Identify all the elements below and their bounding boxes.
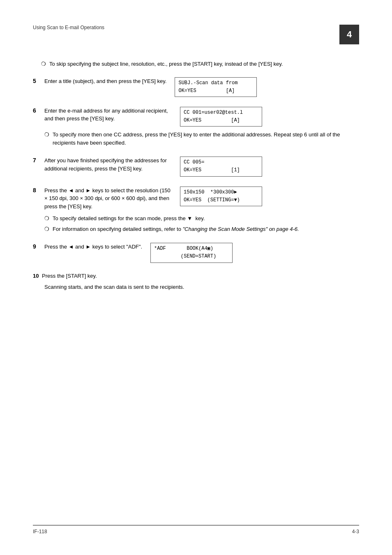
step-9-lcd: *ADF BOOK(A4▣) (SEND=START) [150, 243, 233, 263]
step-5-block: 5 Enter a title (subject), and then pres… [33, 77, 359, 97]
step-6-block: 6 Enter the e-mail address for any addit… [33, 107, 359, 147]
step-6-number: 6 [33, 107, 44, 114]
step-6-row: 6 Enter the e-mail address for any addit… [33, 107, 359, 127]
footer-left: IF-118 [33, 529, 47, 534]
step-10-text: Press the [START] key. [42, 273, 97, 279]
step-8-lcd: 150x150 *300x300► OK=YES (SETTING=▼) [180, 187, 262, 206]
step-7-row: 7 After you have finished specifying the… [33, 157, 359, 176]
footer-right: 4-3 [352, 529, 359, 534]
step-10-block: 10 Press the [START] key. Scanning start… [33, 273, 359, 291]
step-9-content: Press the ◄ and ► keys to select "ADF". … [44, 243, 359, 263]
step-9-number: 9 [33, 243, 44, 250]
step-5-content: Enter a title (subject), and then press … [44, 77, 359, 97]
step-5-lcd: SUBJ.-Scan data from OK=YES [A] [175, 77, 257, 97]
step-8-text: Press the ◄ and ► keys to select the res… [44, 187, 172, 211]
page: Using Scan to E-mail Operations 4 ❍ To s… [0, 0, 392, 555]
step-5-text: Enter a title (subject), and then press … [44, 77, 166, 85]
step-8-number: 8 [33, 187, 44, 193]
chapter-badge: 4 [339, 25, 359, 44]
header-title: Using Scan to E-mail Operations [33, 25, 104, 30]
step-5-row: 5 Enter a title (subject), and then pres… [33, 77, 359, 97]
step-6-text: Enter the e-mail address for any additio… [44, 107, 172, 123]
sub-bullet-icon-8-2: ❍ [44, 226, 49, 232]
final-note: Scanning starts, and the scan data is se… [33, 283, 359, 291]
page-header: Using Scan to E-mail Operations 4 [33, 25, 359, 48]
step-7-number: 7 [33, 157, 44, 164]
opening-note: ❍ To skip specifying the subject line, r… [33, 60, 359, 68]
step-9-block: 9 Press the ◄ and ► keys to select "ADF"… [33, 243, 359, 263]
step-9-text: Press the ◄ and ► keys to select "ADF". [44, 243, 142, 251]
step-8-sub-2: ❍ For information on specifying detailed… [44, 225, 359, 233]
step-8-sub-bullets: ❍ To specify detailed settings for the s… [44, 214, 359, 233]
sub-bullet-text-8-2: For information on specifying detailed s… [53, 225, 299, 233]
step-8-block: 8 Press the ◄ and ► keys to select the r… [33, 187, 359, 233]
step-6-sub-1: ❍ To specify more then one CC address, p… [44, 131, 359, 147]
sub-bullet-icon-8-1: ❍ [44, 215, 49, 221]
step-7-text: After you have finished specifying the a… [44, 157, 172, 173]
note-bullet: ❍ [41, 61, 46, 67]
sub-bullet-text-8-1: To specify detailed settings for the sca… [53, 214, 205, 223]
step-5-number: 5 [33, 77, 44, 84]
content: ❍ To skip specifying the subject line, r… [33, 60, 359, 291]
step-8-row: 8 Press the ◄ and ► keys to select the r… [33, 187, 359, 211]
step-7-lcd: CC 005= OK=YES [1] [180, 157, 262, 176]
page-footer: IF-118 4-3 [33, 525, 359, 534]
step-6-sub-bullets: ❍ To specify more then one CC address, p… [44, 131, 359, 147]
sub-bullet-text: To specify more then one CC address, pre… [53, 131, 359, 147]
step-8-content: Press the ◄ and ► keys to select the res… [44, 187, 359, 211]
step-6-lcd: CC 001=user02@test.l OK=YES [A] [180, 107, 262, 127]
step-7-content: After you have finished specifying the a… [44, 157, 359, 176]
step-6-content: Enter the e-mail address for any additio… [44, 107, 359, 127]
step-9-row: 9 Press the ◄ and ► keys to select "ADF"… [33, 243, 359, 263]
step-10-number: 10 [33, 273, 39, 279]
step-8-sub-1: ❍ To specify detailed settings for the s… [44, 214, 359, 223]
step-10-row: 10 Press the [START] key. [33, 273, 359, 279]
note-text: To skip specifying the subject line, res… [49, 60, 283, 68]
step-7-block: 7 After you have finished specifying the… [33, 157, 359, 176]
sub-bullet-icon: ❍ [44, 131, 49, 138]
